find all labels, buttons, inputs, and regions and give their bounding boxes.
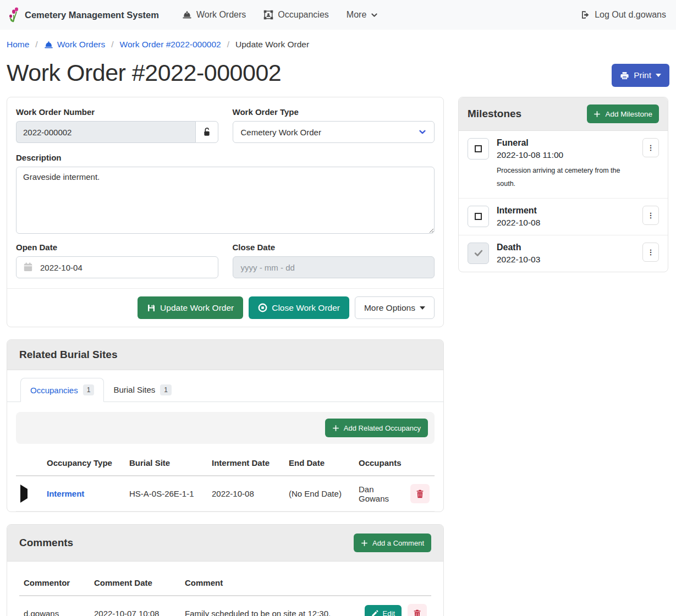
close-date-label: Close Date bbox=[233, 243, 435, 252]
table-row: Interment HS-A-0S-26E-1-1 2022-10-08 (No… bbox=[16, 476, 435, 512]
delete-comment-button[interactable] bbox=[408, 604, 427, 616]
add-comment-label: Add a Comment bbox=[372, 539, 424, 547]
description-textarea[interactable]: Graveside interment. bbox=[16, 167, 435, 234]
caret-down-icon bbox=[420, 306, 425, 310]
delete-occupancy-button[interactable] bbox=[410, 484, 430, 503]
open-date-label: Open Date bbox=[16, 243, 218, 252]
column-header: End Date bbox=[284, 450, 354, 476]
work-order-number-input[interactable] bbox=[16, 121, 195, 143]
commentor-cell: d.gowans bbox=[19, 596, 90, 616]
breadcrumb-label: Work Orders bbox=[57, 40, 106, 50]
hard-hat-icon bbox=[182, 10, 192, 20]
nav-item-more[interactable]: More bbox=[340, 6, 384, 24]
milestones-card: Milestones Add Milestone Funeral 2022-10… bbox=[458, 97, 668, 272]
column-header: Occupancy Type bbox=[42, 450, 125, 476]
chevron-down-icon bbox=[419, 128, 426, 136]
unlock-button[interactable] bbox=[195, 121, 218, 143]
kebab-icon: ⋮ bbox=[647, 144, 655, 151]
calendar-icon bbox=[24, 262, 32, 272]
checkbox-square-icon bbox=[475, 145, 482, 152]
trash-icon bbox=[413, 609, 421, 616]
tab-label: Occupancies bbox=[30, 386, 78, 395]
related-tabs: Occupancies 1 Burial Sites 1 bbox=[7, 370, 443, 402]
occupancies-toolbar: Add Related Occupancy bbox=[16, 412, 435, 444]
expand-row-icon[interactable] bbox=[20, 485, 28, 503]
comments-card: Comments Add a Comment Commentor bbox=[7, 524, 444, 616]
add-milestone-button[interactable]: Add Milestone bbox=[587, 105, 659, 123]
stop-circle-icon bbox=[258, 303, 267, 312]
milestone-description: Procession arriving at cemetery from the… bbox=[497, 164, 622, 191]
add-related-occupancy-button[interactable]: Add Related Occupancy bbox=[325, 419, 428, 437]
plus-icon bbox=[332, 425, 339, 432]
tulip-logo-icon bbox=[8, 7, 20, 23]
milestone-checkbox[interactable] bbox=[468, 138, 489, 160]
save-icon bbox=[147, 304, 156, 312]
app-title: Cemetery Management System bbox=[25, 10, 159, 20]
milestones-title: Milestones bbox=[468, 108, 521, 120]
edit-comment-button[interactable]: Edit bbox=[365, 605, 402, 616]
milestone-checkbox[interactable] bbox=[468, 206, 489, 227]
lock-open-icon bbox=[202, 127, 211, 137]
occupancy-type-link[interactable]: Interment bbox=[47, 489, 84, 498]
milestone-item-funeral: Funeral 2022-10-08 11:00 Procession arri… bbox=[459, 131, 668, 198]
logout-button[interactable]: Log Out d.gowans bbox=[578, 6, 668, 24]
interment-date-cell: 2022-10-08 bbox=[207, 476, 284, 512]
work-order-type-value: Cemetery Work Order bbox=[241, 128, 321, 137]
milestone-name: Funeral bbox=[497, 138, 635, 148]
pencil-icon bbox=[371, 610, 378, 616]
occupancies-table: Occupancy Type Burial Site Interment Dat… bbox=[16, 450, 435, 512]
logout-icon bbox=[580, 10, 590, 20]
tab-count-badge: 1 bbox=[160, 384, 172, 395]
kebab-icon: ⋮ bbox=[647, 212, 655, 219]
edit-label: Edit bbox=[383, 609, 395, 616]
work-order-type-select[interactable]: Cemetery Work Order bbox=[233, 121, 435, 143]
work-order-type-label: Work Order Type bbox=[233, 107, 435, 117]
comment-date-cell: 2022-10-07 10:08 bbox=[90, 596, 180, 616]
app-brand[interactable]: Cemetery Management System bbox=[8, 7, 159, 23]
open-date-input[interactable] bbox=[16, 256, 218, 278]
add-comment-button[interactable]: Add a Comment bbox=[354, 534, 431, 552]
checkbox-square-icon bbox=[475, 213, 482, 220]
milestone-menu-button[interactable]: ⋮ bbox=[642, 138, 659, 157]
top-navbar: Cemetery Management System Work Orders bbox=[0, 0, 676, 30]
tab-label: Burial Sites bbox=[113, 385, 155, 394]
column-header: Commentor bbox=[19, 570, 90, 596]
work-order-form-card: Work Order Number bbox=[7, 97, 444, 327]
milestone-checkbox-checked[interactable] bbox=[468, 243, 489, 264]
breadcrumb-home[interactable]: Home bbox=[7, 40, 29, 50]
milestone-name: Death bbox=[497, 243, 635, 252]
close-work-order-button[interactable]: Close Work Order bbox=[249, 296, 349, 319]
breadcrumb-separator: / bbox=[227, 40, 229, 50]
description-label: Description bbox=[16, 153, 435, 162]
breadcrumb-work-order-number[interactable]: Work Order #2022-000002 bbox=[120, 40, 221, 50]
printer-icon bbox=[620, 71, 629, 80]
column-header: Interment Date bbox=[207, 450, 284, 476]
milestone-item-interment: Interment 2022-10-08 ⋮ bbox=[459, 198, 668, 235]
more-options-button[interactable]: More Options bbox=[355, 296, 435, 319]
milestone-menu-button[interactable]: ⋮ bbox=[642, 206, 659, 225]
nav-item-occupancies[interactable]: Occupancies bbox=[257, 6, 336, 24]
print-button[interactable]: Print bbox=[612, 64, 669, 87]
nav-item-work-orders[interactable]: Work Orders bbox=[175, 6, 252, 24]
milestone-menu-button[interactable]: ⋮ bbox=[642, 243, 659, 262]
related-burial-sites-title: Related Burial Sites bbox=[19, 349, 117, 361]
comments-table: Commentor Comment Date Comment d.gowans … bbox=[19, 570, 431, 616]
column-header: Occupants bbox=[354, 450, 406, 476]
plus-icon bbox=[593, 111, 601, 118]
comments-title: Comments bbox=[19, 537, 73, 549]
add-related-occupancy-label: Add Related Occupancy bbox=[344, 424, 421, 432]
column-header: Comment Date bbox=[90, 570, 180, 596]
update-work-order-button[interactable]: Update Work Order bbox=[138, 296, 243, 319]
milestone-date: 2022-10-03 bbox=[497, 255, 635, 265]
tab-occupancies[interactable]: Occupancies 1 bbox=[20, 378, 104, 402]
kebab-icon: ⋮ bbox=[647, 249, 655, 256]
breadcrumb-work-orders[interactable]: Work Orders bbox=[44, 40, 106, 50]
nav-label: Occupancies bbox=[278, 10, 329, 20]
burial-site-cell: HS-A-0S-26E-1-1 bbox=[125, 476, 207, 512]
tab-burial-sites[interactable]: Burial Sites 1 bbox=[104, 378, 181, 402]
table-row: d.gowans 2022-10-07 10:08 Family schedul… bbox=[19, 596, 431, 616]
close-date-input[interactable]: yyyy - mm - dd bbox=[233, 256, 435, 278]
caret-down-icon bbox=[656, 74, 661, 77]
breadcrumb-separator: / bbox=[35, 40, 37, 50]
plus-icon bbox=[361, 540, 368, 547]
